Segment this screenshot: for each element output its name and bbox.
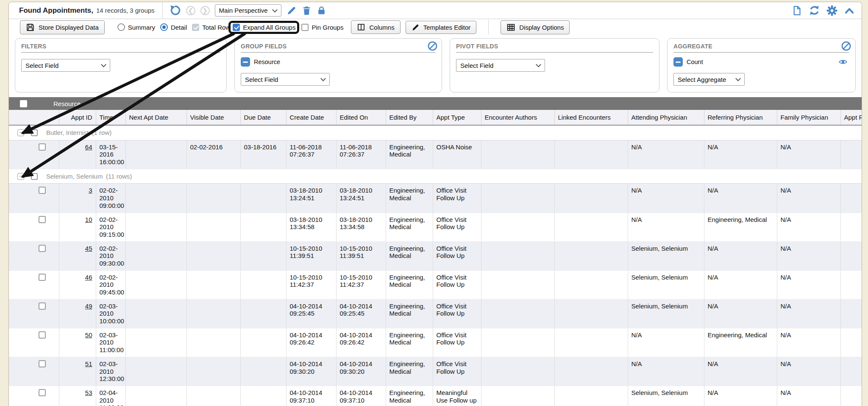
table-row: 5002-03-2010 11:00:0004-10-2014 09:26:42… [9, 328, 862, 357]
table-cell [554, 270, 628, 299]
aggregate-select[interactable]: Select Aggregate [673, 73, 745, 86]
appt-id-link[interactable]: 3 [89, 187, 92, 194]
appt-id-link[interactable]: 53 [85, 389, 92, 396]
remove-group-field-icon[interactable] [241, 57, 250, 67]
grid-icon [506, 23, 515, 32]
columns-button[interactable]: Columns [351, 20, 400, 34]
column-header[interactable]: Appt Re [840, 110, 862, 125]
row-checkbox[interactable] [39, 187, 46, 194]
appt-id-link[interactable]: 64 [85, 143, 92, 151]
group-checkbox[interactable] [31, 129, 38, 136]
table-cell: 04-10-2014 09:30:20 [336, 357, 386, 386]
pivot-field-select[interactable]: Select Field [456, 59, 545, 72]
summary-radio[interactable] [117, 23, 125, 31]
delete-perspective-icon[interactable] [302, 6, 312, 16]
total-row-option[interactable]: Total Row [192, 24, 230, 31]
display-options-button[interactable]: Display Options [501, 20, 570, 34]
row-checkbox[interactable] [39, 360, 46, 367]
templates-editor-button[interactable]: Templates Editor [406, 21, 477, 34]
expand-all-groups-checkbox[interactable] [233, 24, 240, 31]
row-checkbox[interactable] [39, 389, 46, 396]
table-cell [481, 184, 554, 213]
group-field-select[interactable]: Select Field [241, 73, 330, 86]
filters-field-select[interactable]: Select Field [21, 59, 110, 72]
column-header[interactable]: Create Date [286, 110, 336, 125]
column-header[interactable]: Time [96, 110, 125, 125]
group-row: −Butler, Internist (1 row) [9, 125, 862, 140]
table-cell: N/A [628, 357, 704, 386]
column-header[interactable]: Due Date [240, 110, 286, 125]
row-checkbox[interactable] [39, 143, 46, 151]
column-header[interactable]: Appt Type [433, 110, 481, 125]
appt-id-link[interactable]: 51 [85, 360, 92, 367]
table-cell: 11-06-2018 07:26:37 [336, 140, 386, 169]
select-column-header[interactable] [9, 110, 59, 125]
table-cell: N/A [777, 270, 840, 299]
detail-radio[interactable] [160, 23, 168, 31]
collapse-toolbar-icon[interactable] [844, 5, 855, 16]
table-cell: 03-18-2016 [240, 140, 286, 169]
table-cell: N/A [704, 386, 777, 406]
pin-groups-checkbox[interactable] [301, 24, 309, 31]
column-header[interactable]: Next Apt Date [125, 110, 186, 125]
column-header[interactable]: Attending Physician [628, 110, 704, 125]
table-cell: N/A [628, 328, 704, 357]
table-cell: Engineering, Medical [704, 328, 777, 357]
column-header[interactable]: Appt ID [59, 110, 96, 125]
remove-aggregate-icon[interactable] [673, 57, 683, 67]
column-header[interactable]: Encounter Authors [481, 110, 554, 125]
settings-gear-icon[interactable] [826, 5, 837, 16]
lock-perspective-icon[interactable] [317, 6, 326, 16]
table-cell: N/A [777, 213, 840, 241]
pin-groups-option[interactable]: Pin Groups [301, 24, 343, 31]
group-collapse-toggle[interactable]: − [17, 129, 24, 136]
total-row-checkbox[interactable] [192, 24, 199, 31]
table-cell: 03-18-2010 13:34:58 [286, 213, 336, 241]
column-header[interactable]: Edited By [386, 110, 433, 125]
appt-id-link[interactable]: 45 [85, 245, 92, 252]
prev-perspective-icon[interactable]: ❮ [186, 6, 195, 15]
table-cell: Office Visit Follow Up [433, 241, 481, 270]
row-checkbox[interactable] [39, 216, 46, 223]
group-collapse-toggle[interactable]: − [17, 173, 24, 180]
column-header[interactable]: Edited On [336, 110, 386, 125]
appt-id-link[interactable]: 50 [85, 331, 92, 339]
column-header[interactable]: Linked Encounters [554, 110, 628, 125]
export-document-icon[interactable] [792, 5, 802, 16]
column-header[interactable]: Visible Date [186, 110, 240, 125]
table-cell: 02-02-2010 09:45:00 [96, 270, 125, 299]
eye-icon[interactable] [837, 57, 849, 67]
table-row: 5102-03-2010 12:30:0004-10-2014 09:30:20… [9, 357, 862, 386]
table-cell [125, 270, 186, 299]
table-cell: 10-15-2010 11:39:51 [286, 241, 336, 270]
select-all-checkbox[interactable] [20, 100, 27, 107]
summary-option[interactable]: Summary [117, 23, 155, 31]
page-title: Found Appointments, [19, 6, 93, 15]
row-checkbox[interactable] [39, 245, 46, 252]
clear-aggregate-icon[interactable] [841, 41, 851, 51]
appt-id-link[interactable]: 10 [85, 216, 92, 223]
detail-option[interactable]: Detail [160, 23, 187, 31]
group-checkbox[interactable] [31, 173, 38, 180]
table-cell [125, 386, 186, 406]
expand-all-groups-option[interactable]: Expand All Groups [233, 24, 295, 31]
appt-id-link[interactable]: 49 [85, 302, 92, 310]
row-checkbox[interactable] [39, 331, 46, 339]
row-checkbox[interactable] [39, 274, 46, 281]
column-header[interactable]: Referring Physician [704, 110, 777, 125]
store-displayed-data-button[interactable]: Store Displayed Data [20, 20, 105, 34]
refresh-icon[interactable] [809, 5, 820, 16]
clear-group-fields-icon[interactable] [427, 41, 438, 51]
table-cell: Engineering, Medical [386, 386, 433, 406]
column-header[interactable]: Family Physician [777, 110, 840, 125]
table-cell [840, 241, 862, 270]
aggregate-title: AGGREGATE [673, 43, 849, 53]
undo-icon[interactable] [170, 5, 181, 16]
appt-id-link[interactable]: 46 [85, 274, 92, 281]
table-cell [240, 241, 286, 270]
edit-perspective-icon[interactable] [287, 6, 297, 16]
table-cell: Engineering, Medical [386, 140, 433, 169]
perspective-select[interactable]: Main Perspective [215, 4, 281, 17]
next-perspective-icon[interactable]: ❯ [200, 6, 210, 15]
row-checkbox[interactable] [39, 302, 46, 310]
